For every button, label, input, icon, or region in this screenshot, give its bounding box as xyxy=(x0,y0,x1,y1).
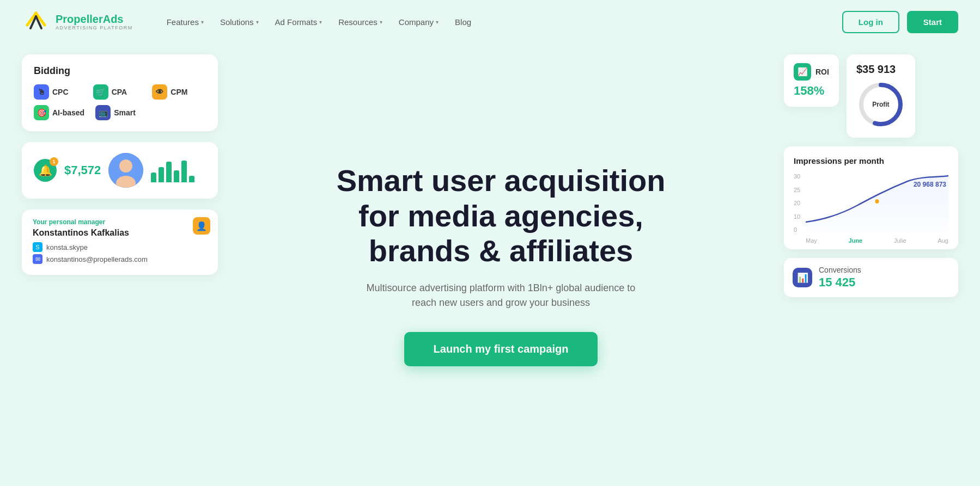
conversions-label: Conversions xyxy=(819,266,861,274)
bidding-grid: 🖱 CPC 🛒 CPA 👁 CPM xyxy=(34,84,206,100)
bid-cpc: 🖱 CPC xyxy=(34,84,88,100)
profit-amount: $35 913 xyxy=(856,63,896,76)
hero-section: Smart user acquisition for media agencie… xyxy=(218,54,784,475)
chart-y-labels: 30 25 20 10 0 xyxy=(794,173,800,233)
manager-avatar-icon: 👤 xyxy=(193,217,210,235)
skype-icon: S xyxy=(33,242,42,252)
login-button[interactable]: Log in xyxy=(842,11,899,33)
nav-blog[interactable]: Blog xyxy=(448,13,478,31)
conversions-value: 15 425 xyxy=(819,275,861,290)
email-icon: ✉ xyxy=(33,254,42,264)
profit-donut: Profit xyxy=(856,80,905,129)
nav-actions: Log in Start xyxy=(842,11,958,33)
conversions-card: 📊 Conversions 15 425 xyxy=(784,258,958,297)
bid-cpa: 🛒 CPA xyxy=(93,84,147,100)
impressions-chart: 30 25 20 10 0 xyxy=(794,173,948,244)
bar-3 xyxy=(166,162,172,182)
brand-name: PropellerAds xyxy=(56,13,133,25)
impressions-card: Impressions per month 30 25 20 10 0 xyxy=(784,146,958,249)
manager-card: 👤 Your personal manager Konstantinos Kaf… xyxy=(22,210,218,275)
smart-icon: 📺 xyxy=(95,105,111,120)
bar-4 xyxy=(174,170,179,182)
launch-campaign-button[interactable]: Launch my first campaign xyxy=(404,332,598,366)
bar-6 xyxy=(189,176,194,182)
logo-icon xyxy=(22,8,50,36)
bid-cpm: 👁 CPM xyxy=(152,84,206,100)
roi-label: ROI xyxy=(815,67,829,76)
bar-5 xyxy=(181,161,187,182)
cpm-icon: 👁 xyxy=(152,84,167,100)
bid-ai: 🎯 AI-based xyxy=(34,105,84,120)
start-button[interactable]: Start xyxy=(907,11,958,33)
cpc-icon: 🖱 xyxy=(34,84,49,100)
notification-icon: 🔔 1 xyxy=(34,159,57,182)
bid-smart: 📺 Smart xyxy=(95,105,136,120)
manager-label: Your personal manager xyxy=(33,218,207,226)
roi-header: 📈 ROI xyxy=(794,63,829,81)
conversions-info: Conversions 15 425 xyxy=(819,266,861,290)
roi-card: 📈 ROI 158% xyxy=(784,54,839,107)
earnings-amount: $7,572 xyxy=(64,163,101,177)
cpa-icon: 🛒 xyxy=(93,84,108,100)
svg-point-10 xyxy=(874,199,879,204)
bar-2 xyxy=(159,167,164,182)
main-content: Bidding 🖱 CPC 🛒 CPA 👁 CPM 🎯 AI-b xyxy=(0,44,980,486)
bar-1 xyxy=(151,173,156,182)
nav-ad-formats[interactable]: Ad Formats▾ xyxy=(269,13,329,31)
conversions-icon: 📊 xyxy=(793,268,812,287)
earnings-chart xyxy=(151,158,194,182)
manager-skype: S konsta.skype xyxy=(33,242,207,252)
profit-label: Profit xyxy=(872,101,889,108)
nav-company[interactable]: Company▾ xyxy=(392,13,445,31)
chart-svg-area: 20 968 873 xyxy=(806,173,948,233)
logo[interactable]: PropellerAds ADVERTISING PLATFORM xyxy=(22,8,133,36)
ai-icon: 🎯 xyxy=(34,105,49,120)
manager-name: Konstantinos Kafkalias xyxy=(33,228,207,238)
left-widgets: Bidding 🖱 CPC 🛒 CPA 👁 CPM 🎯 AI-b xyxy=(22,54,218,475)
notification-badge: 1 xyxy=(50,157,58,166)
roi-profit-row: 📈 ROI 158% $35 913 Profit xyxy=(784,54,958,138)
hero-subtitle: Multisource advertising platform with 1B… xyxy=(354,281,648,310)
svg-point-6 xyxy=(119,159,132,173)
earnings-card: 🔔 1 $7,572 xyxy=(22,142,218,199)
nav-links: Features▾ Solutions▾ Ad Formats▾ Resourc… xyxy=(160,13,842,31)
right-widgets: 📈 ROI 158% $35 913 Profit Impressions pe… xyxy=(784,54,958,475)
bidding-row2: 🎯 AI-based 📺 Smart xyxy=(34,105,206,120)
nav-features[interactable]: Features▾ xyxy=(160,13,210,31)
bidding-card: Bidding 🖱 CPC 🛒 CPA 👁 CPM 🎯 AI-b xyxy=(22,54,218,131)
hero-title: Smart user acquisition for media agencie… xyxy=(337,163,666,268)
user-avatar xyxy=(108,153,143,188)
bidding-title: Bidding xyxy=(34,65,206,77)
nav-resources[interactable]: Resources▾ xyxy=(332,13,389,31)
manager-email: ✉ konstantinos@propellerads.com xyxy=(33,254,207,264)
chart-x-labels: May June Julie Aug xyxy=(806,237,948,244)
navbar: PropellerAds ADVERTISING PLATFORM Featur… xyxy=(0,0,980,44)
roi-icon: 📈 xyxy=(794,63,811,81)
nav-solutions[interactable]: Solutions▾ xyxy=(214,13,265,31)
impressions-title: Impressions per month xyxy=(794,156,948,165)
roi-value: 158% xyxy=(794,84,824,98)
impressions-value: 20 968 873 xyxy=(914,181,946,188)
brand-subtitle: ADVERTISING PLATFORM xyxy=(56,25,133,30)
profit-card: $35 913 Profit xyxy=(847,54,915,138)
